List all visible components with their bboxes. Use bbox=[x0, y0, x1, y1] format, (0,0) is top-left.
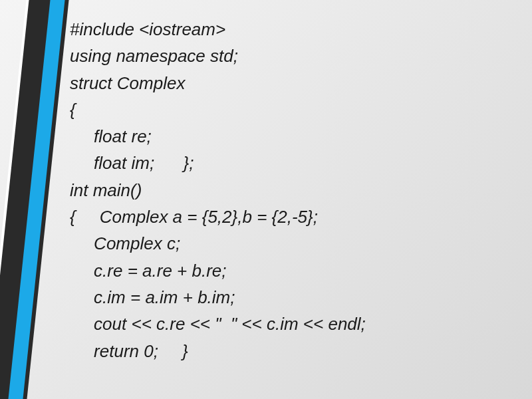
code-line: using namespace std; bbox=[70, 43, 366, 69]
code-line: float im; }; bbox=[70, 150, 366, 176]
code-block: #include <iostream> using namespace std;… bbox=[70, 16, 366, 364]
code-line: c.im = a.im + b.im; bbox=[70, 284, 366, 311]
code-line: c.re = a.re + b.re; bbox=[70, 257, 366, 284]
code-line: struct Complex bbox=[70, 70, 366, 96]
code-line: Complex c; bbox=[70, 230, 366, 257]
code-line: #include <iostream> bbox=[70, 16, 366, 43]
code-line: { Complex a = {5,2},b = {2,-5}; bbox=[70, 203, 366, 230]
code-line: { bbox=[70, 96, 366, 123]
code-line: int main() bbox=[70, 177, 366, 203]
code-line: return 0; } bbox=[70, 338, 366, 364]
decorative-stripes bbox=[0, 0, 66, 399]
code-line: cout << c.re << " " << c.im << endl; bbox=[70, 311, 366, 337]
code-line: float re; bbox=[70, 123, 366, 150]
